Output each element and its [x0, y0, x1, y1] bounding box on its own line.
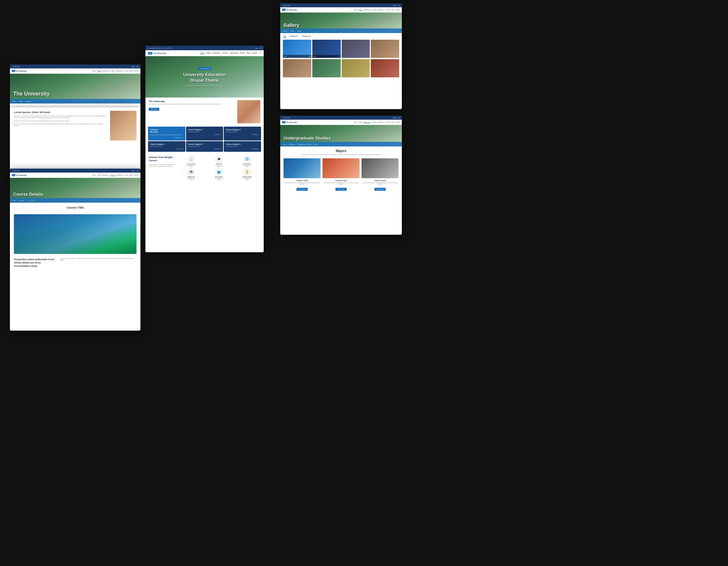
- course-main-desc: Lorem ipsum dolor sit amet, consectetur …: [150, 134, 183, 135]
- nav-search[interactable]: 🔍: [259, 52, 261, 54]
- major-card-3: Course Title Lorem ipsum dolor sit amet,…: [362, 158, 399, 191]
- nav-events[interactable]: Events: [240, 52, 245, 54]
- top-bar-left: +1 9876 4321 Login EN: [10, 64, 140, 68]
- top-bar: contact@theuniversity.com | +1 9876 4321…: [145, 46, 264, 50]
- course-cat5-desc: Lorem ipsum dolor sit amet: [226, 146, 259, 147]
- gallery-item-4[interactable]: [371, 40, 399, 58]
- breadcrumb-left: Home › Pages › About Us: [10, 99, 140, 103]
- course-cat3-link[interactable]: Courses List ◎: [150, 148, 183, 150]
- logo-left: YG YG University: [12, 70, 27, 72]
- course-cat4-desc: Lorem ipsum dolor sit amet: [188, 146, 221, 147]
- course-cat4-link[interactable]: Courses List ◎: [188, 148, 221, 150]
- logo-gallery: YG YG University: [282, 9, 297, 11]
- course-title-header: Course Title: [10, 203, 140, 211]
- main-nav: YG YG University Home Pages Academics Co…: [145, 50, 264, 56]
- nav-pages[interactable]: Pages: [206, 52, 211, 54]
- nl-blog[interactable]: Blog: [130, 70, 133, 72]
- course-cat5-title: Course Category 5: [226, 143, 259, 145]
- gallery-item-7[interactable]: [342, 59, 370, 77]
- hero-button[interactable]: Current Update: [198, 67, 211, 70]
- major-btn-1[interactable]: View Details: [296, 188, 308, 191]
- login-left[interactable]: Login: [132, 66, 135, 67]
- top-login[interactable]: Login: [255, 47, 258, 49]
- university-title: The University: [149, 100, 235, 102]
- gallery-filters: All Category1 Category2: [280, 33, 402, 40]
- career-icon-2: 🎓 Dolor Sit Lorem Ipsum DolorSit Amet: [206, 156, 233, 167]
- filter-all[interactable]: All: [284, 35, 286, 38]
- nl-admissions[interactable]: Admissions: [117, 70, 123, 72]
- course-title: Course Title: [15, 206, 136, 209]
- lang-left[interactable]: EN: [136, 66, 138, 67]
- nl-home[interactable]: Home: [93, 70, 96, 72]
- gallery-item-5[interactable]: [283, 59, 311, 77]
- nl-courses[interactable]: Courses: [110, 70, 115, 72]
- nav-course: YG YG University Home Pages Academics Co…: [10, 172, 140, 178]
- gallery-icon-2: 🔍: [338, 56, 340, 57]
- major-btn-2[interactable]: View Details: [335, 188, 347, 191]
- course-cat2-desc: consectetur adipiscing elit: [226, 131, 259, 132]
- major-desc-3: Lorem ipsum dolor sit amet, consectetur …: [362, 182, 399, 185]
- course-cat2-link[interactable]: Courses List →: [226, 134, 259, 135]
- lorem-para3: At vero eos et accusamus et iusto odio d…: [14, 123, 107, 127]
- major-image-3: [362, 158, 399, 178]
- career-sub-3: Lorem Ipsum DolorSit Amet: [234, 165, 260, 167]
- course-cat3-title: Course Category 3: [150, 143, 183, 145]
- top-bar-course: +1 9876 4321 Login EN: [10, 169, 140, 172]
- nav-links-course: Home Pages Academics Courses Admissions …: [93, 174, 138, 176]
- university-desc: Lorem ipsum dolor sit amet, consectetur …: [149, 103, 235, 105]
- gallery-item-1[interactable]: Title ▶: [283, 40, 311, 58]
- filter-cat1[interactable]: Category1: [289, 35, 298, 38]
- nav-courses[interactable]: Courses: [222, 52, 228, 54]
- career-desc: Ut enim ad minim veniam, quis nostrud ex…: [149, 164, 175, 168]
- major-btn-3[interactable]: View Details: [374, 188, 386, 191]
- nl-events[interactable]: Events: [125, 70, 129, 72]
- nl-academics[interactable]: Academics: [102, 70, 109, 72]
- course-cell-3: Course Category 3 Lorem ipsum dolor sit …: [148, 141, 185, 152]
- career-sub-4: Lorem Ipsum DolorSit Amet: [178, 177, 205, 180]
- undergrad-hero-title: Undergraduate Studies: [284, 135, 331, 140]
- nl-contact[interactable]: Contact: [134, 70, 138, 72]
- gallery-item-8[interactable]: [371, 59, 399, 77]
- career-icon-1: 📋 Lorem Ipsum Lorem Ipsum DolorSit Amet: [178, 156, 205, 167]
- hero-course: Course Details Home› Courses› Course Nam…: [10, 178, 140, 203]
- filter-cat2[interactable]: Category2: [301, 35, 311, 38]
- major-image-2: [323, 158, 360, 178]
- major-title-2: Course Title: [323, 179, 360, 181]
- gallery-item-6[interactable]: [312, 59, 341, 77]
- career-sub-2: Lorem Ipsum DolorSit Amet: [206, 165, 233, 167]
- nav-contact[interactable]: Contact: [252, 52, 257, 54]
- nav-admissions[interactable]: Admissions: [230, 52, 239, 54]
- hero-section: Current Update University EducationDrupa…: [145, 56, 264, 97]
- nav-academics[interactable]: Academics: [212, 52, 220, 54]
- read-more-button[interactable]: Read More: [149, 108, 159, 111]
- career-icons: 📋 Lorem Ipsum Lorem Ipsum DolorSit Amet …: [178, 156, 260, 180]
- hero-course-title: Course Details: [13, 192, 43, 197]
- nl-pages[interactable]: Pages: [97, 70, 101, 72]
- top-phone: contact@theuniversity.com | +1 9876 4321: [147, 47, 172, 49]
- nav-blog[interactable]: Blog: [247, 52, 250, 54]
- course-cat1-title: Course Category 1: [188, 129, 221, 131]
- course-cat5-link[interactable]: Courses List ◎: [226, 148, 259, 150]
- top-register[interactable]: EN: [260, 47, 262, 49]
- hero-gallery: Gallery Gallery› Pages› Gallery: [280, 13, 402, 33]
- gallery-item-3[interactable]: [342, 40, 370, 58]
- gallery-title-1: Title: [284, 56, 286, 57]
- logo-course: YG YG University: [12, 174, 27, 176]
- hero-title: University EducationDrupal Theme: [183, 72, 226, 83]
- breadcrumb-course: Home› Courses› Course Name: [10, 198, 140, 203]
- course-cell-4: Course Category 4 Lorem ipsum dolor sit …: [186, 141, 223, 152]
- gallery-item-2[interactable]: Title 🔍: [312, 40, 341, 58]
- nav-home[interactable]: Home: [200, 52, 204, 54]
- nav-gallery: YG YG University Home Pages Academics Co…: [280, 7, 402, 13]
- course-cat1-link[interactable]: Courses List →: [188, 134, 221, 135]
- course-cat1-desc: consectetur adipiscing elit: [188, 131, 221, 132]
- breadcrumb-gallery: Gallery› Pages› Gallery: [280, 28, 402, 33]
- career-icon-3: 🌐 Consectetur Lorem Ipsum DolorSit Amet: [234, 156, 260, 167]
- course-main-link[interactable]: View All Courses →: [150, 137, 183, 138]
- card-left-university: +1 9876 4321 Login EN YG YG University H…: [10, 64, 140, 111]
- majors-title: Majors: [284, 149, 399, 153]
- lorem-image: [110, 111, 136, 140]
- breadcrumb-undergrad: Home› Academics› Undergraduate Studies› …: [280, 142, 402, 146]
- top-bar-undergrad: +1 9876 4321 Login EN: [280, 116, 402, 120]
- career-sub-5: Lorem Ipsum DolorSit Amet: [206, 177, 233, 180]
